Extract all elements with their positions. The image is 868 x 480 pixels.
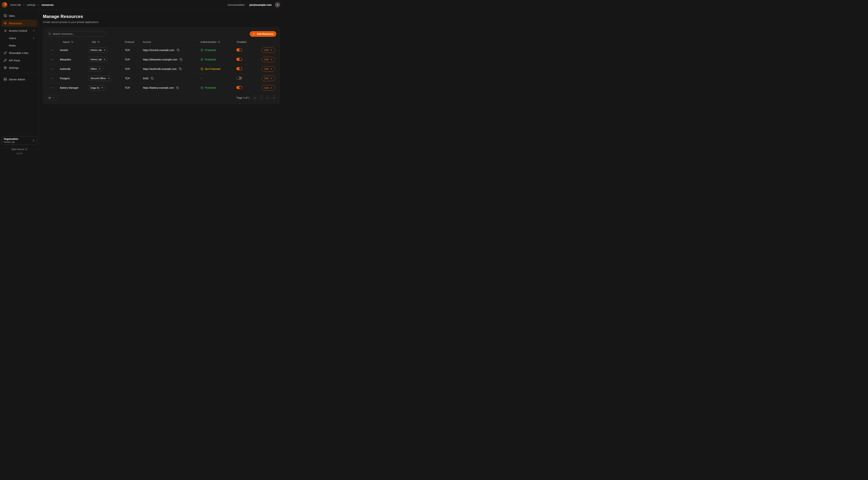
table-row: Battery Manager Edge 01 TCP https://batt… bbox=[46, 83, 276, 92]
column-label: Authentication bbox=[200, 40, 217, 43]
row-menu-button[interactable] bbox=[50, 76, 54, 81]
sidebar-item-shareable-links[interactable]: Shareable Links bbox=[1, 50, 37, 56]
key-icon bbox=[4, 59, 7, 62]
enabled-toggle[interactable] bbox=[236, 86, 242, 89]
edit-button[interactable]: Edit bbox=[262, 76, 275, 81]
copy-button[interactable] bbox=[179, 67, 182, 70]
add-resource-label: Add Resource bbox=[257, 33, 273, 35]
first-page-button[interactable] bbox=[252, 95, 257, 100]
sidebar-item-access-control[interactable]: Access Control bbox=[1, 27, 37, 34]
row-menu-button[interactable] bbox=[50, 86, 54, 90]
sidebar-item-resources[interactable]: Resources bbox=[1, 20, 37, 27]
user-email[interactable]: joe@example.com bbox=[249, 3, 272, 6]
top-bar: home-lab settings resources Documentatio… bbox=[0, 0, 284, 10]
column-header-site[interactable]: Site bbox=[88, 40, 125, 43]
breadcrumb-settings[interactable]: settings bbox=[27, 3, 35, 6]
enabled-toggle[interactable] bbox=[236, 48, 242, 51]
site-link[interactable]: Second Office bbox=[88, 76, 112, 81]
column-header-enabled: Enabled bbox=[236, 40, 262, 43]
edit-label: Edit bbox=[265, 67, 269, 70]
copy-icon bbox=[180, 58, 182, 61]
org-switcher[interactable]: Organization Home Lab bbox=[1, 136, 37, 145]
prev-page-button[interactable] bbox=[259, 95, 264, 100]
edit-button[interactable]: Edit bbox=[262, 48, 275, 53]
column-label: Site bbox=[92, 40, 96, 43]
sidebar-item-users[interactable]: Users bbox=[1, 35, 37, 41]
sidebar-item-roles[interactable]: Roles bbox=[1, 42, 37, 49]
column-label: Enabled bbox=[237, 40, 246, 43]
chevron-left-icon bbox=[260, 97, 262, 99]
sidebar-item-label: Server Admin bbox=[9, 78, 25, 81]
page-size-select[interactable]: 20 bbox=[46, 95, 58, 100]
site-link[interactable]: Home Lab bbox=[88, 57, 108, 62]
sidebar-item-label: Roles bbox=[9, 44, 16, 47]
plus-icon bbox=[253, 33, 255, 35]
table-header: Name Site Protocol Access Authentication bbox=[46, 38, 276, 46]
edit-label: Edit bbox=[265, 77, 269, 80]
pangolin-logo-icon[interactable] bbox=[2, 2, 7, 8]
resource-name: Authentik bbox=[60, 67, 88, 70]
sidebar-item-api-keys[interactable]: API Keys bbox=[1, 57, 37, 64]
column-header-name[interactable]: Name bbox=[60, 40, 88, 43]
next-page-button[interactable] bbox=[265, 95, 270, 100]
sites-icon bbox=[4, 14, 7, 18]
sidebar-item-label: Shareable Links bbox=[9, 51, 28, 55]
edit-label: Edit bbox=[265, 49, 269, 51]
site-label: Edge 01 bbox=[91, 87, 99, 89]
main-content: Manage Resources Create secure proxies t… bbox=[39, 10, 284, 157]
auth-label: Protected bbox=[205, 58, 216, 61]
avatar[interactable]: J bbox=[275, 2, 280, 7]
copy-button[interactable] bbox=[177, 48, 180, 52]
add-resource-button[interactable]: Add Resource bbox=[250, 31, 276, 37]
column-header-authentication[interactable]: Authentication bbox=[200, 40, 236, 43]
access-url: https://authentik.example.com bbox=[143, 67, 177, 70]
resource-name: Immich bbox=[60, 49, 88, 52]
breadcrumb-home-lab[interactable]: home-lab bbox=[10, 3, 21, 6]
sidebar-item-server-admin[interactable]: Server Admin bbox=[1, 76, 37, 83]
open-source-link[interactable]: Open Source bbox=[1, 148, 37, 151]
site-link[interactable]: Home Lab bbox=[88, 48, 108, 53]
site-link[interactable]: Office bbox=[88, 66, 103, 71]
org-switcher-value: Home Lab bbox=[4, 141, 18, 144]
enabled-toggle[interactable] bbox=[236, 77, 242, 80]
table-row: Bitwarden Home Lab TCP https://bitwarden… bbox=[46, 55, 276, 64]
auth-badge: Protected bbox=[200, 58, 236, 61]
ellipsis-icon bbox=[50, 49, 53, 52]
row-menu-button[interactable] bbox=[50, 67, 54, 71]
sidebar-item-sites[interactable]: Sites bbox=[1, 12, 37, 19]
row-menu-button[interactable] bbox=[50, 48, 54, 52]
toolbar: Add Resource bbox=[46, 31, 276, 37]
resource-name: Battery Manager bbox=[60, 86, 88, 89]
last-page-button[interactable] bbox=[272, 95, 276, 100]
edit-button[interactable]: Edit bbox=[262, 57, 275, 62]
search-input[interactable] bbox=[46, 31, 106, 37]
protocol: TCP bbox=[125, 67, 143, 70]
copy-button[interactable] bbox=[151, 77, 154, 80]
sidebar-item-label: Settings bbox=[9, 66, 19, 69]
enabled-toggle[interactable] bbox=[236, 58, 242, 61]
protocol: TCP bbox=[125, 49, 143, 52]
auth-label: Not Protected bbox=[205, 67, 220, 70]
access-url: https://battery.example.com bbox=[143, 86, 174, 89]
sort-icon bbox=[218, 41, 220, 43]
sidebar-item-settings[interactable]: Settings bbox=[1, 64, 37, 71]
access-url: https://bitwarden.example.com bbox=[143, 58, 177, 61]
arrow-right-icon bbox=[270, 49, 272, 51]
table-row: Postgres Second Office TCP 5432 - Edit bbox=[46, 74, 276, 83]
documentation-link[interactable]: Documentation bbox=[228, 3, 245, 6]
edit-button[interactable]: Edit bbox=[262, 66, 275, 72]
auth-label: Protected bbox=[205, 86, 216, 89]
arrow-up-right-icon bbox=[98, 68, 101, 70]
chevron-down-icon bbox=[52, 97, 55, 99]
row-menu-button[interactable] bbox=[50, 57, 54, 62]
arrow-up-right-icon bbox=[103, 49, 105, 51]
column-header-protocol: Protocol bbox=[125, 40, 143, 43]
ellipsis-icon bbox=[50, 67, 53, 70]
sidebar-item-label: Sites bbox=[9, 14, 15, 18]
site-link[interactable]: Edge 01 bbox=[88, 85, 106, 90]
enabled-toggle[interactable] bbox=[236, 67, 242, 70]
sidebar-divider bbox=[0, 73, 39, 74]
copy-button[interactable] bbox=[179, 58, 183, 61]
copy-button[interactable] bbox=[176, 86, 179, 90]
edit-button[interactable]: Edit bbox=[262, 85, 275, 90]
